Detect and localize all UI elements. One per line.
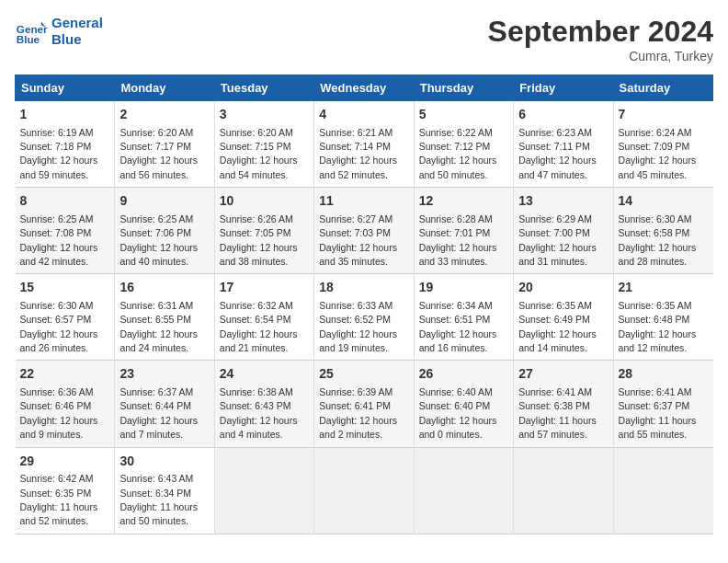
- calendar-table: SundayMondayTuesdayWednesdayThursdayFrid…: [15, 75, 713, 534]
- calendar-cell: 3Sunrise: 6:20 AMSunset: 7:15 PMDaylight…: [214, 101, 313, 188]
- week-row-2: 8Sunrise: 6:25 AMSunset: 7:08 PMDaylight…: [16, 188, 713, 274]
- calendar-cell: [214, 447, 313, 534]
- day-number: 7: [619, 106, 709, 124]
- day-number: 22: [20, 365, 110, 384]
- day-info: Sunrise: 6:43 AMSunset: 6:34 PMDaylight:…: [119, 473, 198, 526]
- day-number: 17: [220, 279, 309, 297]
- day-number: 10: [220, 192, 309, 211]
- day-number: 3: [220, 106, 309, 124]
- day-info: Sunrise: 6:36 AMSunset: 6:46 PMDaylight:…: [20, 386, 98, 440]
- day-info: Sunrise: 6:35 AMSunset: 6:49 PMDaylight:…: [518, 300, 597, 353]
- calendar-cell: 1Sunrise: 6:19 AMSunset: 7:18 PMDaylight…: [16, 101, 115, 188]
- location: Cumra, Turkey: [488, 49, 713, 63]
- day-info: Sunrise: 6:41 AMSunset: 6:37 PMDaylight:…: [619, 386, 697, 440]
- calendar-cell: 17Sunrise: 6:32 AMSunset: 6:54 PMDayligh…: [214, 274, 313, 361]
- calendar-cell: 16Sunrise: 6:31 AMSunset: 6:55 PMDayligh…: [115, 274, 214, 361]
- calendar-cell: 30Sunrise: 6:43 AMSunset: 6:34 PMDayligh…: [115, 447, 214, 534]
- header-row: SundayMondayTuesdayWednesdayThursdayFrid…: [16, 75, 713, 101]
- day-info: Sunrise: 6:37 AMSunset: 6:44 PMDaylight:…: [119, 386, 198, 440]
- calendar-cell: 25Sunrise: 6:39 AMSunset: 6:41 PMDayligh…: [314, 361, 414, 447]
- calendar-cell: 11Sunrise: 6:27 AMSunset: 7:03 PMDayligh…: [314, 188, 414, 274]
- day-info: Sunrise: 6:30 AMSunset: 6:57 PMDaylight:…: [20, 300, 98, 353]
- logo-text: GeneralBlue: [51, 15, 103, 48]
- week-row-1: 1Sunrise: 6:19 AMSunset: 7:18 PMDaylight…: [16, 101, 713, 188]
- day-number: 16: [119, 279, 209, 297]
- svg-text:Blue: Blue: [17, 33, 40, 45]
- day-info: Sunrise: 6:38 AMSunset: 6:43 PMDaylight:…: [220, 386, 298, 440]
- calendar-cell: 15Sunrise: 6:30 AMSunset: 6:57 PMDayligh…: [16, 274, 115, 361]
- calendar-cell: [414, 447, 513, 534]
- day-number: 25: [319, 365, 408, 384]
- day-number: 29: [20, 453, 110, 471]
- day-info: Sunrise: 6:32 AMSunset: 6:54 PMDaylight:…: [220, 300, 298, 353]
- day-number: 14: [619, 192, 709, 211]
- day-number: 13: [518, 192, 608, 211]
- day-info: Sunrise: 6:24 AMSunset: 7:09 PMDaylight:…: [619, 127, 697, 180]
- day-number: 5: [419, 106, 508, 124]
- day-info: Sunrise: 6:20 AMSunset: 7:17 PMDaylight:…: [119, 127, 198, 180]
- calendar-cell: 10Sunrise: 6:26 AMSunset: 7:05 PMDayligh…: [214, 188, 313, 274]
- calendar-cell: 19Sunrise: 6:34 AMSunset: 6:51 PMDayligh…: [414, 274, 513, 361]
- calendar-cell: 2Sunrise: 6:20 AMSunset: 7:17 PMDaylight…: [115, 101, 214, 188]
- logo-icon: General Blue: [15, 15, 48, 48]
- day-number: 19: [419, 279, 508, 297]
- day-info: Sunrise: 6:41 AMSunset: 6:38 PMDaylight:…: [518, 386, 597, 440]
- week-row-4: 22Sunrise: 6:36 AMSunset: 6:46 PMDayligh…: [16, 361, 713, 447]
- logo: General Blue GeneralBlue: [15, 15, 103, 48]
- col-header-sunday: Sunday: [16, 75, 115, 101]
- calendar-cell: 14Sunrise: 6:30 AMSunset: 6:58 PMDayligh…: [613, 188, 712, 274]
- day-info: Sunrise: 6:39 AMSunset: 6:41 PMDaylight:…: [319, 386, 397, 440]
- calendar-cell: 28Sunrise: 6:41 AMSunset: 6:37 PMDayligh…: [613, 361, 712, 447]
- calendar-cell: [613, 447, 712, 534]
- col-header-tuesday: Tuesday: [214, 75, 313, 101]
- day-number: 2: [119, 106, 209, 124]
- week-row-5: 29Sunrise: 6:42 AMSunset: 6:35 PMDayligh…: [16, 447, 713, 534]
- calendar-cell: 20Sunrise: 6:35 AMSunset: 6:49 PMDayligh…: [514, 274, 613, 361]
- day-number: 4: [319, 106, 408, 124]
- calendar-cell: 22Sunrise: 6:36 AMSunset: 6:46 PMDayligh…: [16, 361, 115, 447]
- col-header-thursday: Thursday: [414, 75, 513, 101]
- calendar-cell: [514, 447, 613, 534]
- calendar-cell: [314, 447, 414, 534]
- day-number: 6: [518, 106, 608, 124]
- calendar-cell: 7Sunrise: 6:24 AMSunset: 7:09 PMDaylight…: [613, 101, 712, 188]
- day-number: 30: [119, 453, 209, 471]
- day-info: Sunrise: 6:21 AMSunset: 7:14 PMDaylight:…: [319, 127, 397, 180]
- day-number: 28: [619, 365, 709, 384]
- col-header-wednesday: Wednesday: [314, 75, 414, 101]
- calendar-cell: 6Sunrise: 6:23 AMSunset: 7:11 PMDaylight…: [514, 101, 613, 188]
- day-info: Sunrise: 6:26 AMSunset: 7:05 PMDaylight:…: [220, 213, 298, 267]
- col-header-monday: Monday: [115, 75, 214, 101]
- col-header-saturday: Saturday: [613, 75, 712, 101]
- day-number: 27: [518, 365, 608, 384]
- day-number: 23: [119, 365, 209, 384]
- day-number: 12: [419, 192, 508, 211]
- day-info: Sunrise: 6:22 AMSunset: 7:12 PMDaylight:…: [419, 127, 497, 180]
- day-info: Sunrise: 6:27 AMSunset: 7:03 PMDaylight:…: [319, 213, 397, 267]
- day-info: Sunrise: 6:19 AMSunset: 7:18 PMDaylight:…: [20, 127, 98, 180]
- title-block: September 2024 Cumra, Turkey: [488, 15, 713, 63]
- day-info: Sunrise: 6:20 AMSunset: 7:15 PMDaylight:…: [220, 127, 298, 180]
- day-info: Sunrise: 6:28 AMSunset: 7:01 PMDaylight:…: [419, 213, 497, 267]
- day-number: 24: [220, 365, 309, 384]
- calendar-cell: 18Sunrise: 6:33 AMSunset: 6:52 PMDayligh…: [314, 274, 414, 361]
- calendar-cell: 21Sunrise: 6:35 AMSunset: 6:48 PMDayligh…: [613, 274, 712, 361]
- day-info: Sunrise: 6:31 AMSunset: 6:55 PMDaylight:…: [119, 300, 198, 353]
- day-info: Sunrise: 6:25 AMSunset: 7:08 PMDaylight:…: [20, 213, 98, 267]
- day-number: 21: [619, 279, 709, 297]
- day-number: 9: [119, 192, 209, 211]
- calendar-cell: 12Sunrise: 6:28 AMSunset: 7:01 PMDayligh…: [414, 188, 513, 274]
- week-row-3: 15Sunrise: 6:30 AMSunset: 6:57 PMDayligh…: [16, 274, 713, 361]
- day-info: Sunrise: 6:30 AMSunset: 6:58 PMDaylight:…: [619, 213, 697, 267]
- calendar-cell: 13Sunrise: 6:29 AMSunset: 7:00 PMDayligh…: [514, 188, 613, 274]
- day-info: Sunrise: 6:29 AMSunset: 7:00 PMDaylight:…: [518, 213, 597, 267]
- day-number: 11: [319, 192, 408, 211]
- calendar-cell: 9Sunrise: 6:25 AMSunset: 7:06 PMDaylight…: [115, 188, 214, 274]
- calendar-cell: 29Sunrise: 6:42 AMSunset: 6:35 PMDayligh…: [16, 447, 115, 534]
- calendar-cell: 23Sunrise: 6:37 AMSunset: 6:44 PMDayligh…: [115, 361, 214, 447]
- day-info: Sunrise: 6:40 AMSunset: 6:40 PMDaylight:…: [419, 386, 497, 440]
- day-number: 15: [20, 279, 110, 297]
- month-title: September 2024: [488, 15, 713, 49]
- col-header-friday: Friday: [514, 75, 613, 101]
- calendar-cell: 26Sunrise: 6:40 AMSunset: 6:40 PMDayligh…: [414, 361, 513, 447]
